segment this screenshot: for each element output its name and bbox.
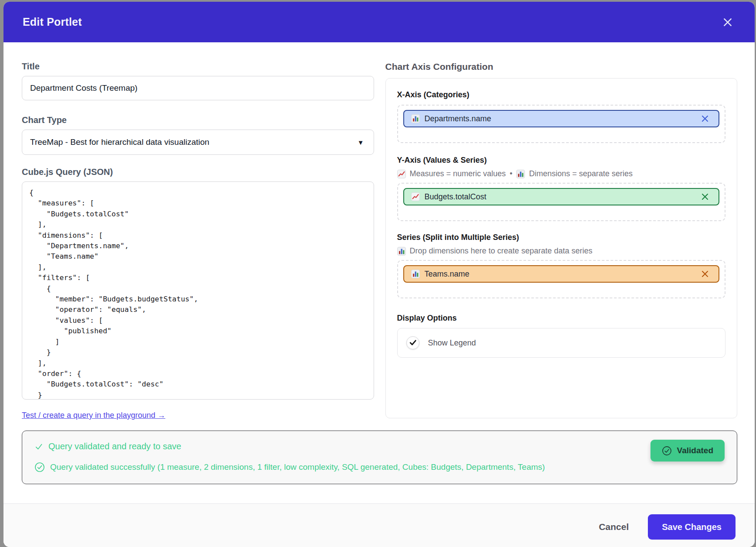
line-chart-icon [397,170,406,178]
validation-status-text: Query validated and ready to save [48,441,181,451]
chip-label: Budgets.totalCost [425,192,695,202]
chart-type-label: Chart Type [22,115,374,125]
show-legend-checkbox[interactable] [406,336,419,349]
circle-check-icon [662,446,672,456]
cancel-button[interactable]: Cancel [599,522,629,532]
close-icon [700,118,710,125]
circle-check-icon [34,462,45,472]
close-icon [722,23,734,30]
axis-config-heading: Chart Axis Configuration [385,62,738,72]
display-options-title: Display Options [397,313,726,323]
validated-badge[interactable]: Validated [650,440,725,462]
x-axis-chip[interactable]: Departments.name [403,110,720,127]
hint-text-dimensions: Dimensions = separate series [529,169,633,178]
check-icon [34,442,43,451]
title-label: Title [22,62,374,72]
query-json-textarea[interactable]: { "measures": [ "Budgets.totalCost" ], "… [22,181,374,400]
close-icon [700,196,710,203]
chevron-down-icon: ▼ [358,139,364,146]
playground-link[interactable]: Test / create a query in the playground … [22,411,165,420]
show-legend-option: Show Legend [397,328,726,358]
bar-chart-icon [411,270,420,278]
series-hint: Drop dimensions here to create separate … [397,246,726,256]
show-legend-label: Show Legend [428,338,476,348]
save-changes-button[interactable]: Save Changes [648,514,736,540]
check-icon [409,338,417,348]
hint-separator: • [510,169,512,178]
query-label: Cube.js Query (JSON) [22,167,374,177]
axis-config-panel: X-Axis (Categories) Departments.name [385,78,738,418]
validation-status-line: Query validated and ready to save [34,441,725,451]
bar-chart-icon [411,114,420,123]
validation-status-box: Query validated and ready to save Query … [22,431,737,484]
series-title: Series (Split into Multiple Series) [397,232,726,242]
y-axis-title: Y-Axis (Values & Series) [397,155,726,165]
x-axis-title: X-Axis (Categories) [397,90,726,99]
line-chart-icon [411,192,420,201]
validation-detail-line: Query validated successfully (1 measure,… [34,462,725,472]
validation-detail-text: Query validated successfully (1 measure,… [50,462,545,472]
bar-chart-icon [516,170,525,178]
series-dropzone[interactable]: Teams.name [397,260,726,298]
remove-chip-button[interactable] [699,191,711,202]
validated-badge-label: Validated [677,446,713,455]
chart-type-selected-value: TreeMap - Best for hierarchical data vis… [30,137,209,147]
chart-type-select[interactable]: TreeMap - Best for hierarchical data vis… [22,130,374,155]
close-button[interactable] [720,14,736,30]
close-icon [700,274,710,280]
dialog-title: Edit Portlet [23,16,82,28]
dialog-header: Edit Portlet [3,2,755,42]
y-axis-hint: Measures = numeric values • Dimensions =… [397,169,726,178]
dialog-footer: Cancel Save Changes [3,503,755,547]
y-axis-chip[interactable]: Budgets.totalCost [403,188,720,205]
query-form-column: Title Chart Type TreeMap - Best for hier… [22,62,374,420]
axis-config-column: Chart Axis Configuration X-Axis (Categor… [385,62,738,418]
chip-label: Departments.name [425,114,695,123]
remove-chip-button[interactable] [699,268,711,280]
title-input[interactable] [22,76,374,100]
edit-portlet-dialog: Edit Portlet Title Chart Type TreeMap - … [3,2,755,547]
chip-label: Teams.name [425,270,695,279]
x-axis-dropzone[interactable]: Departments.name [397,105,726,143]
hint-text-series: Drop dimensions here to create separate … [410,246,593,256]
series-chip[interactable]: Teams.name [403,265,720,283]
remove-chip-button[interactable] [699,113,711,124]
hint-text-measures: Measures = numeric values [410,169,506,178]
bar-chart-icon [397,247,406,256]
y-axis-dropzone[interactable]: Budgets.totalCost [397,183,726,221]
dialog-body: Title Chart Type TreeMap - Best for hier… [3,42,755,484]
